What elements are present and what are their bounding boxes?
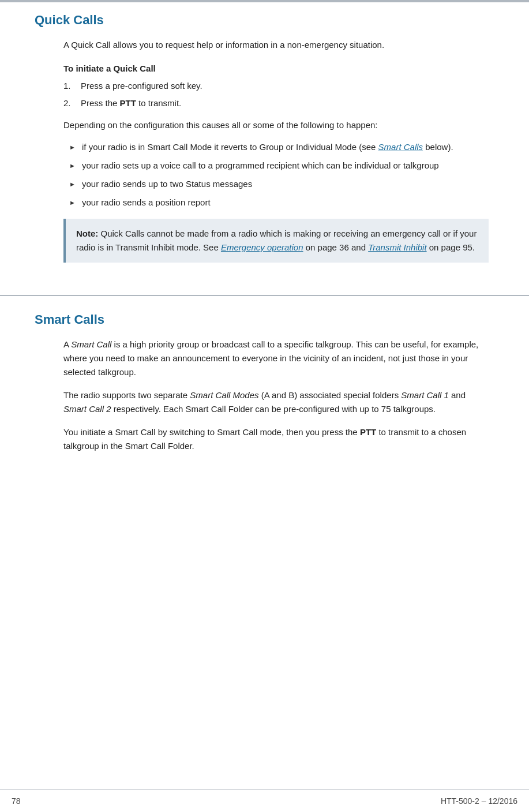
triangle-icon-3: ►: [69, 179, 77, 190]
step-1-text: Press a pre-configured soft key.: [81, 79, 202, 93]
smart-calls-para2: The radio supports two separate Smart Ca…: [63, 388, 489, 416]
bullet-3-text: your radio sends up to two Status messag…: [82, 177, 252, 191]
bullet-1: ► if your radio is in Smart Call Mode it…: [63, 140, 489, 154]
bullet-4-text: your radio sends a position report: [82, 196, 211, 209]
page-footer: 78 HTT-500-2 – 12/2016: [0, 789, 529, 812]
smart-call-italic: Smart Call: [71, 339, 111, 349]
quick-calls-steps: 1. Press a pre-configured soft key. 2. P…: [63, 79, 489, 110]
page-container: Quick Calls A Quick Call allows you to r…: [0, 0, 529, 514]
step-2-num: 2.: [63, 96, 76, 110]
quick-calls-section: Quick Calls A Quick Call allows you to r…: [0, 2, 529, 289]
smart-call-modes-italic: Smart Call Modes: [190, 390, 258, 400]
step-1-num: 1.: [63, 79, 76, 93]
step-2: 2. Press the PTT to transmit.: [63, 96, 489, 110]
ptt-bold-1: PTT: [120, 98, 136, 108]
quick-calls-intro: A Quick Call allows you to request help …: [63, 38, 489, 52]
smart-call-1-italic: Smart Call 1: [401, 390, 449, 400]
footer-doc-ref: HTT-500-2 – 12/2016: [441, 796, 517, 806]
bullet-2-text: your radio sets up a voice call to a pro…: [82, 159, 439, 173]
step-2-text: Press the PTT to transmit.: [81, 96, 181, 110]
smart-calls-body: A Smart Call is a high priority group or…: [63, 338, 489, 453]
triangle-icon-2: ►: [69, 161, 77, 171]
smart-call-2-italic: Smart Call 2: [63, 404, 111, 414]
emergency-operation-link[interactable]: Emergency operation: [221, 242, 303, 252]
smart-calls-heading: Smart Calls: [35, 312, 494, 327]
note-box: Note: Quick Calls cannot be made from a …: [63, 219, 489, 263]
bullet-3: ► your radio sends up to two Status mess…: [63, 177, 489, 191]
triangle-icon-1: ►: [69, 143, 77, 153]
note-page-95: on page 95: [427, 242, 472, 252]
step-1: 1. Press a pre-configured soft key.: [63, 79, 489, 93]
smart-calls-para3: You initiate a Smart Call by switching t…: [63, 425, 489, 453]
note-page-36: on page 36: [303, 242, 349, 252]
quick-calls-heading: Quick Calls: [35, 13, 494, 28]
note-and: and: [349, 242, 368, 252]
smart-calls-para1: A Smart Call is a high priority group or…: [63, 338, 489, 379]
quick-calls-body: A Quick Call allows you to request help …: [63, 38, 489, 263]
smart-calls-section: Smart Calls A Smart Call is a high prior…: [0, 296, 529, 480]
note-end: .: [472, 242, 475, 252]
transmit-inhibit-link[interactable]: Transmit Inhibit: [368, 242, 426, 252]
bullet-list: ► if your radio is in Smart Call Mode it…: [63, 140, 489, 209]
emergency-operation-italic: Emergency operation: [221, 242, 303, 252]
smart-calls-link-1[interactable]: Smart Calls: [378, 142, 423, 152]
bullet-2: ► your radio sets up a voice call to a p…: [63, 159, 489, 173]
note-label: Note:: [76, 229, 98, 238]
bullet-1-text: if your radio is in Smart Call Mode it r…: [82, 140, 453, 154]
ptt-bold-2: PTT: [360, 427, 376, 437]
quick-calls-sub-heading: To initiate a Quick Call: [63, 63, 489, 73]
footer-page-number: 78: [12, 796, 21, 806]
bullet-4: ► your radio sends a position report: [63, 196, 489, 209]
following-text: Depending on the configuration this caus…: [63, 118, 489, 132]
triangle-icon-4: ►: [69, 198, 77, 208]
transmit-inhibit-italic: Transmit Inhibit: [368, 242, 426, 252]
